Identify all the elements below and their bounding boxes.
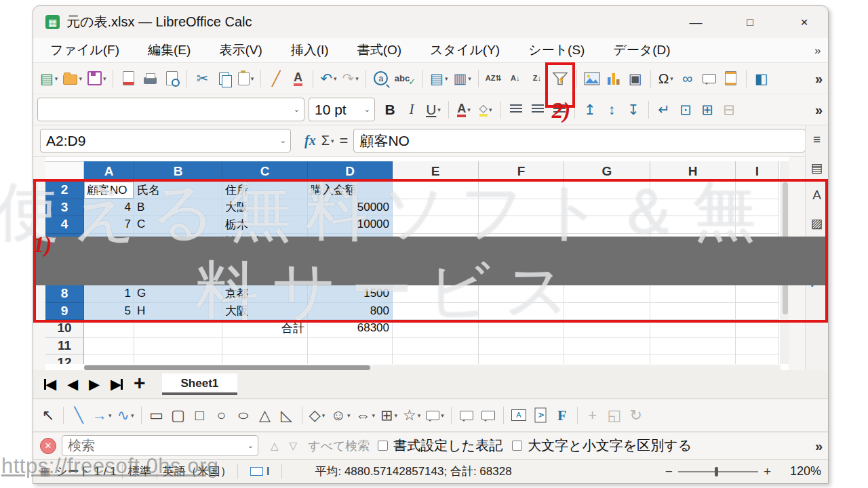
fontwork-icon[interactable]: F xyxy=(552,403,572,428)
align-right-icon[interactable] xyxy=(549,98,570,122)
cell-G12[interactable] xyxy=(564,354,650,364)
cell-E10[interactable] xyxy=(393,320,479,338)
cell-B11[interactable] xyxy=(134,338,222,355)
cut-icon[interactable]: ✂ xyxy=(192,66,212,91)
font-size-combo[interactable]: ⌄ xyxy=(309,98,375,121)
cell-E3[interactable] xyxy=(393,199,479,217)
merge-center-cells-icon[interactable]: ⊡ xyxy=(675,98,696,122)
insert-image-icon[interactable] xyxy=(582,66,602,91)
sheet-tab[interactable]: Sheet1 xyxy=(162,373,238,395)
font-color-icon[interactable]: A▾ xyxy=(454,98,474,122)
dropdown-arrow-icon[interactable]: ▾ xyxy=(79,75,82,82)
highlight-color-icon[interactable]: ◇▾ xyxy=(475,98,496,122)
sort-ascending-icon[interactable]: A↓ xyxy=(505,66,526,91)
styles-icon[interactable]: A xyxy=(808,186,826,204)
cell-H12[interactable] xyxy=(650,354,736,364)
menu-item-6[interactable]: シート(S) xyxy=(514,41,599,59)
find-replace-icon[interactable]: a xyxy=(371,66,391,91)
italic-icon[interactable]: I xyxy=(401,98,422,122)
cell-D10[interactable]: 68300 xyxy=(308,320,393,338)
cell-B8[interactable]: G xyxy=(134,285,222,303)
page-style[interactable]: 標準 xyxy=(128,464,151,479)
insert-frame-icon[interactable]: ▣ xyxy=(625,66,646,91)
menu-item-7[interactable]: データ(D) xyxy=(599,41,684,59)
font-size-input[interactable] xyxy=(309,102,366,118)
select-icon[interactable]: ↖ xyxy=(38,403,58,428)
print-icon[interactable] xyxy=(140,66,160,91)
dropdown-arrow-icon[interactable]: ▾ xyxy=(334,75,337,82)
insert-columns-icon[interactable]: ▥▾ xyxy=(451,66,473,91)
find-previous-icon[interactable]: △ xyxy=(268,440,281,452)
flowchart-icon[interactable]: ⊞▾ xyxy=(378,403,399,428)
row-header-10[interactable]: 10 xyxy=(45,320,84,338)
freeze-rows-columns-icon[interactable]: ◧ xyxy=(751,66,772,91)
clear-formatting-icon[interactable]: A xyxy=(288,66,308,91)
align-bottom-icon[interactable]: ↧ xyxy=(623,98,644,122)
cell-I10[interactable] xyxy=(736,320,779,338)
cell-A12[interactable] xyxy=(84,354,134,364)
match-case-checkbox[interactable] xyxy=(512,441,522,451)
equals-icon[interactable]: = xyxy=(340,132,349,150)
callouts-icon[interactable]: ▾ xyxy=(424,403,446,428)
cell-E9[interactable] xyxy=(393,303,479,321)
column-header-C[interactable]: C xyxy=(222,161,308,182)
find-all-button[interactable]: すべて検索 xyxy=(308,438,370,454)
cell-I3[interactable] xyxy=(736,199,779,217)
cell-F3[interactable] xyxy=(479,199,564,217)
find-bar-overflow-icon[interactable]: » xyxy=(815,432,823,460)
close-find-bar-icon[interactable]: ✕ xyxy=(40,438,56,454)
paste-icon[interactable]: ▾ xyxy=(235,66,256,91)
cell-G9[interactable] xyxy=(564,303,650,321)
cell-E8[interactable] xyxy=(393,285,479,303)
last-sheet-icon[interactable]: ▶ xyxy=(106,374,125,394)
zoom-out-icon[interactable]: − xyxy=(665,464,673,479)
line-icon[interactable]: ╲ xyxy=(68,403,89,428)
column-header-B[interactable]: B xyxy=(134,161,222,182)
column-header-G[interactable]: G xyxy=(564,161,650,182)
cell-I4[interactable] xyxy=(736,216,779,234)
row-header-11[interactable]: 11 xyxy=(45,338,84,355)
edit-points-icon[interactable]: + xyxy=(583,403,603,428)
zoom-in-icon[interactable]: + xyxy=(764,464,771,479)
dropdown-arrow-icon[interactable]: ▾ xyxy=(418,412,421,419)
select-all-corner[interactable] xyxy=(45,161,84,182)
previous-sheet-icon[interactable]: ◀ xyxy=(63,374,82,394)
column-header-F[interactable]: F xyxy=(479,161,564,182)
sort-icon[interactable]: AZ⇅ xyxy=(484,66,504,91)
formatted-display-checkbox[interactable] xyxy=(378,441,388,451)
special-character-icon[interactable]: Ω▾ xyxy=(656,66,676,91)
triangle-icon[interactable]: △ xyxy=(255,403,275,428)
save-icon[interactable]: ▾ xyxy=(85,66,108,91)
row-header-3[interactable]: 3 xyxy=(45,199,84,217)
cell-B10[interactable] xyxy=(134,320,222,338)
cell-D11[interactable] xyxy=(308,338,393,355)
cell-H10[interactable] xyxy=(650,320,736,338)
cell-H3[interactable] xyxy=(650,199,736,217)
chevron-down-icon[interactable]: ⌄ xyxy=(248,441,254,450)
autofilter-icon[interactable]: 2) xyxy=(549,66,571,91)
row-header-9[interactable]: 9 xyxy=(45,303,84,321)
comment-icon[interactable] xyxy=(699,66,719,91)
search-input[interactable] xyxy=(62,438,250,453)
cell-D3[interactable]: 50000 xyxy=(308,199,393,217)
zoom-slider[interactable] xyxy=(678,471,758,472)
basic-shapes-icon[interactable]: ◇▾ xyxy=(307,403,328,428)
arrow-line-icon[interactable]: →▾ xyxy=(90,403,114,428)
formula-input-line[interactable] xyxy=(353,129,806,152)
cell-I12[interactable] xyxy=(736,354,779,364)
cell-H8[interactable] xyxy=(650,285,736,303)
font-name-input[interactable] xyxy=(38,102,296,118)
row-header-2[interactable]: 2 xyxy=(45,182,84,199)
rectangle-icon[interactable]: ▭ xyxy=(146,403,167,428)
cell-G10[interactable] xyxy=(564,320,650,338)
dropdown-arrow-icon[interactable]: ▾ xyxy=(108,412,112,419)
curve-icon[interactable]: ∿▾ xyxy=(115,403,136,428)
column-header-H[interactable]: H xyxy=(650,161,736,182)
cell-A4[interactable]: 7 xyxy=(84,216,134,234)
column-header-A[interactable]: A xyxy=(84,161,134,182)
cell-H4[interactable] xyxy=(650,216,736,234)
close-button[interactable]: × xyxy=(794,6,814,38)
cell-C4[interactable]: 栃木 xyxy=(222,216,308,234)
name-box[interactable]: ⌄ xyxy=(40,129,291,152)
cell-B3[interactable]: B xyxy=(134,199,222,217)
